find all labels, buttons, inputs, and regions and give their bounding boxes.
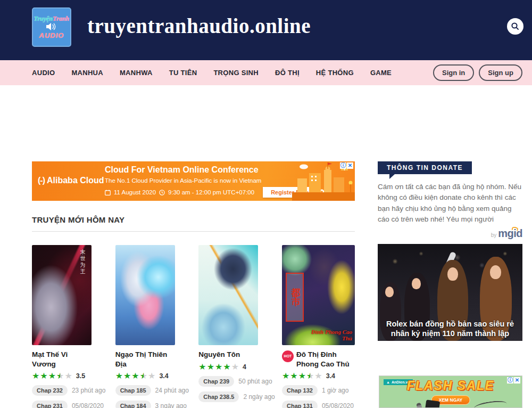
chapter-row: Chap 185 24 phút ago <box>115 385 175 396</box>
section-title: TRUYỆN MỚI HÔM NAY <box>32 215 355 224</box>
rating-row: ★★★★★ 4 <box>198 363 258 371</box>
flash-sale-ad[interactable]: ▲AnDien.vn FLASH SALE XEM NGAY ⓘ ✕ <box>379 376 522 408</box>
comic-title[interactable]: Ngạo Thị Thiên Địa <box>115 350 175 369</box>
nav-item-manhwa[interactable]: MANHWA <box>120 69 153 77</box>
alibaba-cloud-ad-banner[interactable]: (-)Alibaba Cloud Cloud For Vietnam Onlin… <box>32 161 355 201</box>
chapter-row: Chap 131 05/08/2020 <box>282 401 355 408</box>
rating-value: 4 <box>243 363 246 371</box>
comic-card: 都市 Đỉnh Phong Cao Thủ HOT Đô Thị Đỉnh Ph… <box>282 245 355 408</box>
search-button[interactable] <box>507 18 523 35</box>
section-header: TRUYỆN MỚI HÔM NAY <box>32 215 355 232</box>
search-icon <box>511 22 520 31</box>
calendar-icon <box>105 190 111 195</box>
nav-item-audio[interactable]: AUDIO <box>32 69 55 77</box>
comic-cover[interactable] <box>198 245 258 345</box>
rating-row: ★★★★★★ 3.4 <box>115 372 175 380</box>
comic-cover[interactable] <box>115 245 175 345</box>
chapter-time: 2 ngày ago <box>243 393 275 401</box>
ad-title: Cloud For Vietnam Online Conference <box>105 165 259 175</box>
alibaba-cloud-logo: (-)Alibaba Cloud <box>38 176 104 185</box>
comic-card: Nguyên Tôn ★★★★★ 4 Chap 239 50 phút ago … <box>198 245 258 408</box>
page-title: truyentranhaudio.online <box>87 14 311 38</box>
chapter-badge[interactable]: Chap 185 <box>115 385 151 396</box>
sign-up-button[interactable]: Sign up <box>479 64 522 81</box>
ad-info-icon[interactable]: ⓘ <box>340 162 346 169</box>
logo-script: TruyệnTranh <box>34 15 69 22</box>
rating-value: 3.4 <box>326 372 335 380</box>
comic-card: Ngạo Thị Thiên Địa ★★★★★★ 3.4 Chap 185 2… <box>115 245 175 408</box>
hot-badge: HOT <box>282 350 294 362</box>
site-logo[interactable]: TruyệnTranh AUDIO <box>32 7 71 47</box>
main-nav: AUDIO MANHUA MANHWA TU TIÊN TRỌNG SINH Đ… <box>0 60 532 85</box>
chapter-time: 3 ngày ago <box>155 402 187 408</box>
ad-info-icon[interactable]: ⓘ <box>507 377 513 383</box>
logo-audio-label: AUDIO <box>39 31 64 39</box>
rating-row: ★★★★★★ 3.5 <box>32 372 92 380</box>
nav-item-game[interactable]: GAME <box>370 69 392 77</box>
rating-value: 3.5 <box>76 372 85 380</box>
chapter-time: 05/08/2020 <box>72 402 104 408</box>
mgid-by-label: by <box>491 232 497 238</box>
sign-in-button[interactable]: Sign in <box>433 64 474 81</box>
product-stick <box>473 399 508 408</box>
ad-choice-marks: ⓘ ✕ <box>507 377 520 383</box>
cover-art-script: Đỉnh Phong Cao Thủ <box>306 329 352 342</box>
chapter-badge[interactable]: Chap 238.5 <box>198 391 239 402</box>
ad-date: 11 August 2020 <box>114 189 156 195</box>
nav-item-tu-tien[interactable]: TU TIÊN <box>169 69 197 77</box>
chapter-time: 05/08/2020 <box>322 402 354 408</box>
chapter-row: Chap 239 50 phút ago <box>198 376 258 387</box>
comic-title[interactable]: Mạt Thế Vi Vương <box>32 350 92 369</box>
chapter-badge[interactable]: Chap 132 <box>282 385 318 396</box>
chapter-badge[interactable]: Chap 239 <box>198 376 234 387</box>
speaker-icon <box>46 22 57 31</box>
chapter-time: 1 giờ ago <box>322 387 349 394</box>
star-rating-icons: ★★★★★★ <box>282 372 322 380</box>
product-mic <box>416 402 424 408</box>
chapter-row: Chap 184 3 ngày ago <box>115 401 175 408</box>
native-ad-image[interactable]: Rolex bán đồng hồ bản sao siêu rẻ nhân k… <box>378 244 522 341</box>
star-rating-icons: ★★★★★ <box>198 363 239 371</box>
comic-title[interactable]: Nguyên Tôn <box>198 350 258 360</box>
donate-text: Cám ơn tất cả các bạn đã ủng hộ nhóm. Nế… <box>378 182 525 225</box>
comic-card: 末世为王 Mạt Thế Vi Vương ★★★★★★ 3.5 Chap 23… <box>32 245 92 408</box>
comic-card-list: 末世为王 Mạt Thế Vi Vương ★★★★★★ 3.5 Chap 23… <box>32 245 355 408</box>
star-rating-icons: ★★★★★★ <box>115 372 156 380</box>
star-rating-icons: ★★★★★★ <box>32 372 72 380</box>
donate-header-banner: THÔNG TIN DONATE <box>378 161 472 174</box>
site-header: TruyệnTranh AUDIO truyentranhaudio.onlin… <box>0 0 532 60</box>
chapter-badge[interactable]: Chap 131 <box>282 401 318 408</box>
ad-time: 9:30 am - 12:00 pm UTC+07:00 <box>168 189 254 195</box>
chapter-row: Chap 132 1 giờ ago <box>282 385 355 396</box>
ad-close-icon[interactable]: ✕ <box>514 377 520 383</box>
comic-cover[interactable]: 末世为王 <box>32 245 92 345</box>
chapter-badge[interactable]: Chap 231 <box>32 401 68 408</box>
nav-item-he-thong[interactable]: HỆ THỐNG <box>316 69 354 77</box>
chapter-time: 50 phút ago <box>238 378 272 385</box>
product-phone <box>424 399 440 408</box>
chapter-time: 24 phút ago <box>155 387 189 394</box>
cover-art-text: 末世为王 <box>78 249 86 275</box>
chapter-time: 23 phút ago <box>72 387 105 394</box>
alibaba-logo-mark: (-) <box>38 176 45 185</box>
clock-icon <box>159 190 165 195</box>
mgid-attribution[interactable]: bymgid <box>378 227 522 240</box>
mgid-logo: mgid <box>498 227 522 239</box>
ad-choice-marks: ⓘ ✕ <box>340 162 353 169</box>
nav-items: AUDIO MANHUA MANHWA TU TIÊN TRỌNG SINH Đ… <box>32 69 392 77</box>
flash-sale-title: FLASH SALE <box>379 379 522 393</box>
ad-close-icon[interactable]: ✕ <box>347 162 353 169</box>
chapter-badge[interactable]: Chap 232 <box>32 385 68 396</box>
rating-value: 3.4 <box>159 372 168 380</box>
comic-cover[interactable]: 都市 Đỉnh Phong Cao Thủ <box>282 245 355 345</box>
chapter-row: Chap 231 05/08/2020 <box>32 401 92 408</box>
cover-art-stamp: 都市 <box>286 273 304 322</box>
nav-item-manhua[interactable]: MANHUA <box>71 69 103 77</box>
auth-buttons: Sign in Sign up <box>433 64 522 81</box>
chapter-badge[interactable]: Chap 184 <box>115 401 151 408</box>
ad-subtitle: The No.1 Cloud Provider in Asia-Pacific … <box>105 177 261 184</box>
nav-item-do-thi[interactable]: ĐÔ THỊ <box>275 69 300 77</box>
nav-item-trong-sinh[interactable]: TRỌNG SINH <box>213 69 259 77</box>
chapter-row: Chap 232 23 phút ago <box>32 385 92 396</box>
comic-title[interactable]: HOT Đô Thị Đỉnh Phong Cao Thủ <box>282 350 355 369</box>
